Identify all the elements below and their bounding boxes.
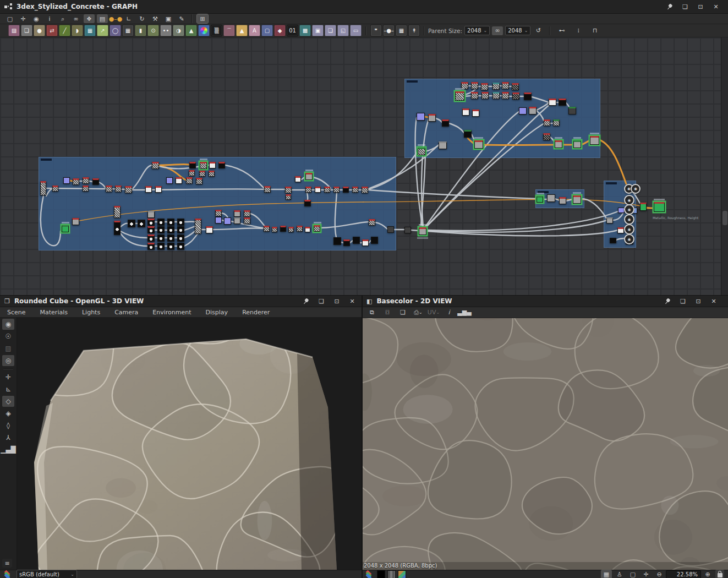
graph-node[interactable]	[73, 178, 79, 185]
graph-node[interactable]	[177, 219, 184, 226]
dot-node-icon[interactable]: –●–	[383, 25, 395, 36]
graph-node[interactable]	[62, 225, 69, 232]
graph-node[interactable]	[512, 83, 519, 90]
graph-node[interactable]	[559, 197, 566, 204]
graph-node[interactable]	[462, 108, 469, 116]
normal-node-icon[interactable]: ▲	[185, 25, 197, 36]
graph-node[interactable]	[428, 114, 436, 122]
graph-node[interactable]	[176, 177, 182, 184]
graph-node[interactable]	[218, 162, 225, 168]
snap-icon[interactable]: ⊓	[589, 26, 600, 35]
zoom-icon[interactable]: ⌕	[57, 14, 68, 23]
camera-icon[interactable]: ◉	[2, 319, 14, 330]
graph-node[interactable]	[83, 186, 89, 192]
paste-icon[interactable]: ❏	[397, 308, 408, 317]
output-dot-node[interactable]: ◉	[624, 214, 634, 225]
pan-icon[interactable]: ✛	[641, 570, 652, 578]
blend-node-icon[interactable]: ❏	[21, 25, 32, 36]
vertex-cube-icon[interactable]: ◈	[2, 408, 14, 419]
graph-node[interactable]	[138, 220, 145, 227]
graph-node[interactable]	[244, 210, 250, 217]
graph-node[interactable]	[167, 219, 174, 226]
graph-node[interactable]	[215, 210, 222, 216]
gradient-map-node-icon[interactable]: ▦	[122, 25, 134, 36]
graph-node[interactable]	[573, 195, 581, 204]
graph-node[interactable]	[114, 206, 121, 218]
graph-node[interactable]	[544, 119, 550, 126]
normals-icon[interactable]: ⅄	[2, 432, 14, 443]
fit-view-icon[interactable]: ✛	[2, 372, 14, 383]
menu-materials[interactable]: Materials	[33, 307, 75, 317]
pin-icon[interactable]	[663, 297, 672, 306]
graph-node[interactable]	[343, 239, 350, 246]
graph-node[interactable]	[492, 83, 500, 90]
graph-node[interactable]	[417, 113, 425, 121]
light-icon[interactable]: ☉	[2, 331, 14, 342]
graph-node[interactable]	[167, 226, 174, 233]
histogram-icon[interactable]: ▃▆▄	[459, 308, 470, 317]
display-icon[interactable]: ◎	[2, 355, 14, 366]
graph-node[interactable]	[555, 140, 562, 148]
frame-icon[interactable]: ▢	[627, 570, 638, 578]
graph-node[interactable]	[125, 186, 132, 193]
graph-node[interactable]	[155, 186, 162, 193]
graph-node[interactable]	[502, 92, 509, 99]
panel-divider[interactable]	[362, 296, 363, 578]
graph-node[interactable]	[63, 177, 70, 184]
graph-node[interactable]	[304, 200, 311, 206]
graph-node[interactable]	[199, 171, 205, 177]
export-icon[interactable]: ⎙ ⌄	[413, 308, 424, 317]
channel-shuffle-node-icon[interactable]: ⇄	[46, 25, 58, 36]
graph-node[interactable]	[157, 226, 165, 233]
graph-node[interactable]	[537, 196, 543, 203]
graph-node[interactable]	[568, 107, 576, 114]
graph-node[interactable]	[157, 243, 165, 250]
graph-node[interactable]	[654, 202, 665, 212]
pin-icon[interactable]	[302, 297, 310, 306]
graph-node[interactable]	[362, 187, 368, 193]
lock-icon[interactable]	[715, 570, 724, 578]
mannequin-icon[interactable]: ♙	[614, 570, 625, 578]
maximize-icon[interactable]: ⊡	[696, 2, 705, 11]
graph-node[interactable]	[610, 238, 616, 243]
layout-toggle-icon[interactable]: ≡	[2, 559, 12, 568]
graph-node[interactable]	[157, 235, 165, 242]
pin-icon[interactable]	[665, 2, 674, 11]
pin-node-icon[interactable]: ↟	[408, 25, 420, 36]
scrollbar-thumb[interactable]	[722, 211, 727, 225]
position-node-icon[interactable]: ⊙	[147, 25, 159, 36]
graph-node[interactable]	[305, 173, 313, 180]
hsl-node-icon[interactable]: ••	[160, 25, 172, 36]
graph-node[interactable]	[128, 220, 135, 227]
graph-node[interactable]	[40, 181, 46, 195]
view3d-viewport[interactable]: ◉☉▨◎✛⊾◇◈◊⅄▁▄█ ≡	[0, 318, 362, 570]
graph-node[interactable]	[167, 243, 174, 250]
graph-node[interactable]	[464, 130, 472, 138]
graph-node[interactable]	[353, 237, 360, 244]
gradient-node-icon[interactable]: ▮	[135, 25, 146, 36]
graph-node[interactable]	[474, 140, 483, 149]
graph-node[interactable]	[455, 91, 464, 101]
align-vertical-icon[interactable]: ⁞	[573, 26, 584, 35]
graph-node[interactable]	[189, 162, 196, 168]
graph-node[interactable]	[472, 110, 479, 117]
parent-view-icon[interactable]: ▤	[97, 14, 108, 23]
graph-node[interactable]	[106, 186, 112, 192]
graph-node[interactable]	[177, 235, 184, 242]
float-icon[interactable]: ❏	[681, 2, 689, 11]
color-wheel-node-icon[interactable]	[198, 25, 210, 36]
graph-node[interactable]	[152, 162, 159, 169]
output-dot-node[interactable]: ◉	[624, 234, 634, 244]
graph-node[interactable]	[189, 170, 195, 176]
save-icon[interactable]: ⌼	[382, 308, 393, 317]
graph-view-icon[interactable]: ❖	[84, 14, 95, 23]
graph-node[interactable]	[224, 217, 231, 225]
elbow-connector-icon[interactable]: ∟	[123, 14, 134, 23]
menu-renderer[interactable]: Renderer	[235, 307, 277, 317]
pan-icon[interactable]: ✛	[18, 14, 29, 23]
graph-node[interactable]	[543, 133, 550, 140]
graph-node[interactable]	[502, 82, 509, 89]
graph-node[interactable]	[177, 243, 184, 250]
graph-node[interactable]	[590, 136, 599, 145]
graph-node[interactable]	[147, 235, 155, 242]
